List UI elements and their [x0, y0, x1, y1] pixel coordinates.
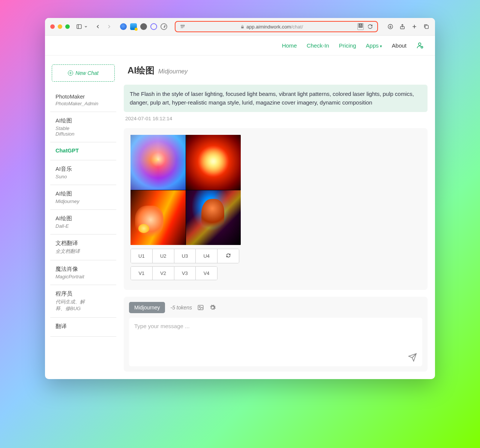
sidebar-item-suno[interactable]: AI音乐 Suno — [50, 160, 116, 185]
page-subtitle: Midjourney — [158, 68, 188, 75]
sidebar-item-translate[interactable]: 翻译 — [50, 318, 116, 337]
lock-icon — [240, 25, 244, 29]
sidebar-item-sub: Stable Diffusion — [56, 125, 82, 137]
upscale-3-button[interactable]: U3 — [174, 249, 196, 263]
forward-button[interactable] — [106, 23, 112, 30]
timestamp: 2024-07-01 16:12:14 — [125, 116, 428, 121]
sidebar-item-photomaker[interactable]: PhotoMaker PhotoMaker_Admin — [50, 88, 116, 112]
sidebar-item-title: 魔法肖像 — [56, 266, 114, 273]
nav-pricing[interactable]: Pricing — [339, 42, 356, 49]
sidebar-item-sub: PhotoMaker_Admin — [56, 101, 114, 106]
model-chip[interactable]: Midjourney — [129, 302, 165, 313]
settings-icon[interactable] — [209, 304, 216, 311]
extension-icon-5[interactable] — [160, 23, 167, 30]
upscale-button-row: U1 U2 U3 U4 — [130, 249, 239, 263]
download-icon[interactable] — [387, 23, 394, 30]
sidebar-item-title: 程序员 — [56, 290, 114, 297]
sidebar-item-title: AI绘图 — [56, 190, 114, 197]
generated-image-4[interactable] — [186, 190, 241, 245]
message-placeholder: Type your message ... — [134, 323, 190, 329]
variation-button-row: V1 V2 V3 V4 — [130, 266, 218, 280]
main-content: AI绘图 Midjourney The Flash in the style o… — [116, 55, 435, 379]
prompt-message: The Flash in the style of laser lighting… — [124, 85, 428, 112]
extension-icons — [120, 23, 167, 30]
sidebar-item-doc-translate[interactable]: 文档翻译 全文档翻译 — [50, 234, 116, 260]
upscale-2-button[interactable]: U2 — [153, 249, 174, 263]
svg-rect-0 — [77, 25, 81, 29]
traffic-lights — [50, 24, 70, 29]
generated-image-3[interactable] — [130, 190, 186, 245]
close-window-button[interactable] — [50, 24, 55, 29]
nav-checkin[interactable]: Check-In — [307, 42, 329, 49]
sidebar-item-midjourney[interactable]: AI绘图 Midjourney — [50, 185, 116, 210]
url-domain: app.aimindwork.com/chat/ — [246, 24, 303, 30]
back-button[interactable] — [94, 23, 101, 30]
plus-icon — [68, 70, 73, 76]
url-bar[interactable]: app.aimindwork.com/chat/ 🅰 — [175, 21, 378, 32]
sidebar-item-title: ChatGPT — [56, 148, 114, 154]
extension-icon-4[interactable] — [150, 23, 157, 30]
sidebar-item-sub: 代码生成、解释、修BUG — [56, 299, 86, 312]
format-icon[interactable] — [179, 23, 186, 30]
message-input[interactable]: Type your message ... — [129, 318, 422, 366]
nav-apps[interactable]: Apps — [366, 42, 382, 49]
input-card: Midjourney -5 tokens Type your message .… — [124, 297, 428, 372]
nav-about[interactable]: About — [392, 42, 406, 49]
chevron-down-icon[interactable] — [84, 23, 88, 30]
sidebar-item-sub: 全文档翻译 — [56, 248, 114, 255]
variation-2-button[interactable]: V2 — [153, 267, 174, 280]
variation-3-button[interactable]: V3 — [174, 267, 196, 280]
sidebar-item-title: AI绘图 — [56, 215, 114, 222]
extension-icon-1[interactable] — [120, 23, 127, 30]
translate-icon[interactable]: 🅰 — [357, 23, 364, 30]
extension-icon-2[interactable] — [130, 23, 137, 30]
sidebar-item-sub: Midjourney — [56, 199, 114, 204]
svg-point-15 — [199, 306, 200, 308]
sidebar-item-stable-diffusion[interactable]: AI绘图 Stable Diffusion — [50, 112, 116, 142]
token-cost: -5 tokens — [170, 305, 192, 311]
sidebar-item-magic-portrait[interactable]: 魔法肖像 MagicPortrait — [50, 260, 116, 285]
variation-1-button[interactable]: V1 — [131, 267, 153, 280]
header-nav: Home Check-In Pricing Apps About — [45, 36, 435, 55]
sidebar-item-dalle[interactable]: AI绘图 Dall-E — [50, 210, 116, 234]
upscale-4-button[interactable]: U4 — [196, 249, 218, 263]
result-card: U1 U2 U3 U4 V1 V2 V3 V4 — [124, 128, 428, 290]
image-grid[interactable] — [130, 135, 241, 245]
extension-icon-3[interactable] — [140, 23, 147, 30]
generated-image-1[interactable] — [130, 135, 186, 190]
image-upload-icon[interactable] — [197, 304, 204, 311]
sidebar-item-chatgpt[interactable]: ChatGPT — [50, 142, 116, 160]
tabs-icon[interactable] — [423, 23, 430, 30]
user-account-icon[interactable] — [416, 42, 424, 49]
sidebar-item-title: PhotoMaker — [56, 94, 114, 100]
sidebar-item-title: AI音乐 — [56, 166, 114, 173]
svg-rect-11 — [425, 25, 429, 29]
sidebar: New Chat PhotoMaker PhotoMaker_Admin AI绘… — [45, 55, 116, 379]
maximize-window-button[interactable] — [65, 24, 70, 29]
sidebar-item-title: 文档翻译 — [56, 240, 114, 247]
new-tab-icon[interactable] — [411, 23, 418, 30]
sidebar-item-sub: Suno — [56, 174, 114, 179]
variation-4-button[interactable]: V4 — [196, 267, 217, 280]
titlebar: app.aimindwork.com/chat/ 🅰 — [45, 18, 435, 36]
svg-rect-5 — [241, 27, 243, 28]
sidebar-item-programmer[interactable]: 程序员 代码生成、解释、修BUG — [50, 285, 116, 318]
new-chat-button[interactable]: New Chat — [52, 64, 115, 82]
sidebar-item-sub: MagicPortrait — [56, 274, 114, 279]
sidebar-item-title: AI绘图 — [56, 117, 114, 124]
reroll-button[interactable] — [218, 249, 239, 263]
svg-rect-2 — [181, 25, 184, 26]
nav-home[interactable]: Home — [282, 42, 297, 49]
sidebar-item-sub: Dall-E — [56, 223, 114, 229]
browser-window: app.aimindwork.com/chat/ 🅰 Home Check-In… — [45, 18, 435, 379]
send-button[interactable] — [408, 353, 417, 362]
sidebar-item-title: 翻译 — [56, 323, 114, 330]
page-title: AI绘图 — [128, 64, 154, 76]
svg-point-12 — [418, 43, 421, 45]
reload-icon[interactable] — [367, 23, 374, 30]
sidebar-toggle-icon[interactable] — [76, 23, 82, 30]
share-icon[interactable] — [399, 23, 406, 30]
generated-image-2[interactable] — [186, 135, 241, 190]
minimize-window-button[interactable] — [58, 24, 62, 29]
upscale-1-button[interactable]: U1 — [131, 249, 153, 263]
